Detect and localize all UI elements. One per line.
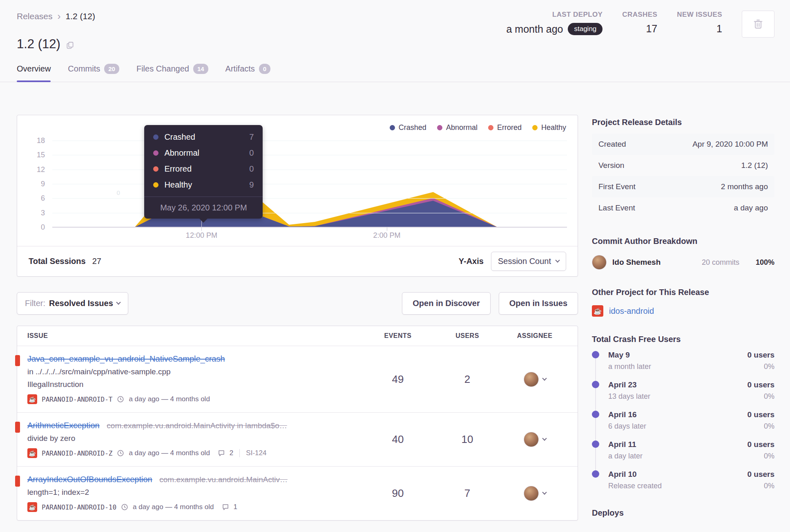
unhandled-tag-icon [15, 355, 20, 366]
yaxis-select[interactable]: Session Count [491, 252, 566, 271]
issue-culprit: com.example.vu.android.MainActiv… [159, 475, 288, 484]
author-percent: 100% [756, 258, 774, 267]
entry-percent: 0% [764, 482, 774, 490]
copy-icon[interactable] [66, 41, 74, 49]
filter-label: Filter: [25, 299, 45, 308]
timeline-dot [592, 381, 599, 388]
tooltip-date: May 26, 2020 12:00 PM [144, 197, 263, 219]
tab-commits[interactable]: Commits 20 [68, 64, 119, 82]
java-project-icon [27, 448, 37, 458]
chart-legend: Crashed Abnormal Errored Healthy [390, 123, 566, 132]
clock-icon [117, 396, 124, 403]
commit-authors-section: Commit Author Breakdown Ido Shemesh 20 c… [592, 237, 774, 270]
detail-row-last-event: Last Event a day ago [592, 197, 774, 219]
issue-title-link[interactable]: Java_com_example_vu_android_NativeSample… [27, 354, 225, 363]
open-in-issues-button[interactable]: Open in Issues [499, 292, 578, 315]
x-axis-tick-label: 12:00 PM [186, 231, 217, 240]
main-column: Crashed Abnormal Errored Healthy 0 Crash… [17, 115, 578, 521]
issue-row[interactable]: ArithmeticException com.example.vu.andro… [17, 412, 578, 466]
legend-item-abnormal[interactable]: Abnormal [437, 123, 478, 132]
assignee-avatar [524, 486, 539, 501]
tooltip-dot [153, 150, 158, 156]
unhandled-tag-icon [15, 476, 20, 487]
delete-release-button[interactable] [742, 11, 774, 38]
comment-count: 1 [234, 503, 237, 511]
assignee-avatar [524, 432, 539, 447]
yaxis-label: Y-Axis [459, 257, 484, 266]
detail-label: Version [598, 161, 624, 170]
header-stats: LAST DEPLOY a month ago staging CRASHES … [506, 11, 774, 38]
tab-files-changed[interactable]: Files Changed 14 [136, 64, 208, 82]
java-project-icon [27, 394, 37, 404]
stray-zero-label: 0 [117, 189, 120, 196]
tooltip-row-abnormal: Abnormal 0 [144, 145, 263, 161]
entry-subtitle: a day later [608, 452, 643, 460]
issues-filter-dropdown[interactable]: Filter: Resolved Issues [17, 292, 128, 315]
detail-row-version: Version 1.2 (12) [592, 155, 774, 176]
tab-artifacts[interactable]: Artifacts 0 [225, 64, 271, 82]
crash-free-timeline: May 9 0 users a month later 0% April 23 … [592, 351, 774, 490]
y-axis-tick-label: 15 [29, 151, 45, 159]
entry-date: May 9 [608, 351, 630, 360]
legend-item-errored[interactable]: Errored [488, 123, 522, 132]
assignee-avatar [524, 372, 539, 387]
assignee-dropdown[interactable] [502, 432, 567, 447]
new-issues-value: 1 [716, 23, 722, 35]
legend-item-healthy[interactable]: Healthy [532, 123, 566, 132]
clock-icon [117, 449, 124, 457]
issue-title-link[interactable]: ArrayIndexOutOfBoundsException [27, 475, 152, 484]
y-axis-tick-label: 9 [29, 180, 45, 188]
gridline [52, 155, 567, 155]
tooltip-dot [153, 166, 158, 172]
detail-label: Last Event [598, 203, 635, 212]
commit-authors-title: Commit Author Breakdown [592, 237, 774, 246]
y-axis-tick-label: 6 [29, 194, 45, 203]
issue-events-count: 40 [363, 433, 433, 446]
gridline [52, 141, 567, 141]
issue-row[interactable]: ArrayIndexOutOfBoundsException com.examp… [17, 466, 578, 520]
total-sessions-label: Total Sessions [29, 257, 86, 266]
java-project-icon [27, 502, 37, 512]
entry-users: 0 users [747, 380, 774, 389]
other-project-section: Other Project for This Release idos-andr… [592, 288, 774, 317]
detail-value: 1.2 (12) [741, 161, 768, 170]
assignee-dropdown[interactable] [502, 486, 567, 501]
release-details-title: Project Release Details [592, 118, 774, 127]
issue-title-link[interactable]: ArithmeticException [27, 421, 100, 430]
detail-value: Apr 9, 2020 10:00 PM [692, 140, 768, 149]
crash-free-entry: April 10 0 users Release created 0% [592, 470, 774, 490]
crashes-value: 17 [646, 23, 657, 35]
yaxis-selected-value: Session Count [498, 257, 551, 266]
sessions-chart-plot: 0 Crashed 7 Abnormal 0 Errored 0 Healthy… [52, 141, 567, 227]
y-axis-tick-label: 12 [29, 165, 45, 174]
new-issues-label: NEW ISSUES [677, 11, 722, 19]
other-project-link[interactable]: idos-android [609, 306, 654, 316]
entry-users: 0 users [747, 440, 774, 449]
y-axis-tick-label: 3 [29, 208, 45, 217]
tooltip-row-healthy: Healthy 9 [144, 177, 263, 193]
legend-item-crashed[interactable]: Crashed [390, 123, 426, 132]
issue-age: a day ago — 4 months old [129, 395, 210, 403]
column-users: USERS [433, 332, 502, 340]
detail-value: 2 months ago [721, 182, 768, 191]
breadcrumb-releases-link[interactable]: Releases [17, 11, 53, 21]
entry-percent: 0% [764, 392, 774, 401]
column-events: EVENTS [363, 332, 433, 340]
gridline [52, 198, 567, 199]
java-project-icon [592, 305, 603, 317]
legend-dot [488, 125, 493, 130]
x-axis-labels: 12:00 PM2:00 PM [52, 227, 567, 245]
detail-value: a day ago [734, 203, 768, 212]
project-slug: PARANOID-ANDROID-T [42, 396, 112, 403]
chart-footer: Total Sessions 27 Y-Axis Session Count [17, 246, 578, 276]
breadcrumb-current: 1.2 (12) [66, 11, 95, 21]
last-deploy-label: LAST DEPLOY [506, 11, 603, 19]
detail-row-created: Created Apr 9, 2020 10:00 PM [592, 134, 774, 155]
open-in-discover-button[interactable]: Open in Discover [402, 292, 491, 315]
entry-subtitle: 13 days later [608, 392, 650, 401]
assignee-dropdown[interactable] [502, 372, 567, 387]
tab-overview[interactable]: Overview [17, 64, 51, 82]
crash-free-entry: April 16 0 users 6 days later 0% [592, 410, 774, 431]
issue-row[interactable]: Java_com_example_vu_android_NativeSample… [17, 346, 578, 412]
trash-icon [752, 18, 764, 30]
